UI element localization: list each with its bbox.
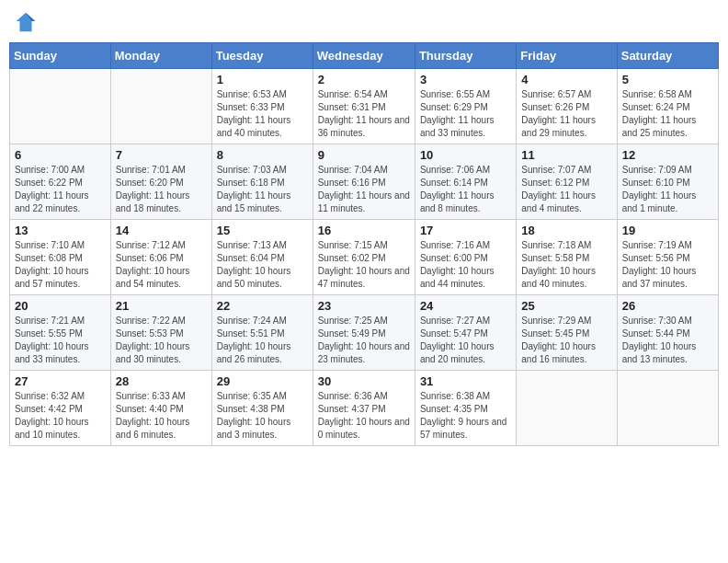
day-info: Sunrise: 7:19 AMSunset: 5:56 PMDaylight:… [622,239,713,291]
weekday-header-cell: Saturday [617,43,718,69]
calendar-day-cell [517,371,617,446]
calendar-day-cell: 10Sunrise: 7:06 AMSunset: 6:14 PMDayligh… [415,144,516,220]
calendar-day-cell: 15Sunrise: 7:13 AMSunset: 6:04 PMDayligh… [211,220,313,295]
day-number: 5 [622,73,713,86]
day-info: Sunrise: 6:57 AMSunset: 6:26 PMDaylight:… [521,88,611,140]
calendar-day-cell: 8Sunrise: 7:03 AMSunset: 6:18 PMDaylight… [211,144,313,220]
calendar-day-cell: 12Sunrise: 7:09 AMSunset: 6:10 PMDayligh… [617,144,718,220]
day-number: 7 [116,148,207,162]
calendar-day-cell: 28Sunrise: 6:33 AMSunset: 4:40 PMDayligh… [110,371,211,446]
calendar-day-cell: 3Sunrise: 6:55 AMSunset: 6:29 PMDaylight… [415,69,516,144]
day-info: Sunrise: 6:38 AMSunset: 4:35 PMDaylight:… [420,390,511,442]
calendar-day-cell: 23Sunrise: 7:25 AMSunset: 5:49 PMDayligh… [313,295,415,371]
day-info: Sunrise: 7:18 AMSunset: 5:58 PMDaylight:… [521,239,611,291]
weekday-header-cell: Friday [517,43,617,69]
day-info: Sunrise: 7:24 AMSunset: 5:51 PMDaylight:… [217,315,308,366]
day-number: 22 [217,299,308,313]
calendar-day-cell: 1Sunrise: 6:53 AMSunset: 6:33 PMDaylight… [211,69,313,144]
day-number: 16 [318,224,410,237]
day-info: Sunrise: 7:07 AMSunset: 6:12 PMDaylight:… [521,164,611,215]
day-number: 27 [15,374,106,388]
calendar-week-row: 6Sunrise: 7:00 AMSunset: 6:22 PMDaylight… [10,144,719,220]
day-info: Sunrise: 6:53 AMSunset: 6:33 PMDaylight:… [217,88,308,140]
calendar-day-cell: 26Sunrise: 7:30 AMSunset: 5:44 PMDayligh… [617,295,718,371]
day-info: Sunrise: 7:27 AMSunset: 5:47 PMDaylight:… [420,315,511,366]
day-info: Sunrise: 7:29 AMSunset: 5:45 PMDaylight:… [521,315,611,366]
calendar-week-row: 13Sunrise: 7:10 AMSunset: 6:08 PMDayligh… [10,220,719,295]
weekday-header-cell: Monday [110,43,211,69]
day-info: Sunrise: 6:33 AMSunset: 4:40 PMDaylight:… [116,390,207,442]
day-info: Sunrise: 7:10 AMSunset: 6:08 PMDaylight:… [15,239,106,291]
calendar-day-cell: 19Sunrise: 7:19 AMSunset: 5:56 PMDayligh… [617,220,718,295]
weekday-header-cell: Wednesday [313,43,415,69]
weekday-header-cell: Sunday [10,43,111,69]
day-info: Sunrise: 7:01 AMSunset: 6:20 PMDaylight:… [116,164,207,215]
calendar-day-cell: 14Sunrise: 7:12 AMSunset: 6:06 PMDayligh… [110,220,211,295]
day-info: Sunrise: 7:30 AMSunset: 5:44 PMDaylight:… [622,315,713,366]
day-number: 3 [420,73,511,86]
day-info: Sunrise: 7:25 AMSunset: 5:49 PMDaylight:… [318,315,410,366]
day-info: Sunrise: 6:36 AMSunset: 4:37 PMDaylight:… [318,390,410,442]
day-number: 31 [420,374,511,388]
day-info: Sunrise: 7:06 AMSunset: 6:14 PMDaylight:… [420,164,511,215]
weekday-header-cell: Tuesday [211,43,313,69]
day-number: 18 [521,224,611,237]
calendar-day-cell: 9Sunrise: 7:04 AMSunset: 6:16 PMDaylight… [313,144,415,220]
day-info: Sunrise: 6:54 AMSunset: 6:31 PMDaylight:… [318,88,410,140]
calendar-day-cell [617,371,718,446]
calendar-day-cell: 5Sunrise: 6:58 AMSunset: 6:24 PMDaylight… [617,69,718,144]
day-number: 25 [521,299,611,313]
day-info: Sunrise: 6:32 AMSunset: 4:42 PMDaylight:… [15,390,106,442]
calendar-day-cell: 7Sunrise: 7:01 AMSunset: 6:20 PMDaylight… [110,144,211,220]
day-number: 9 [318,148,410,162]
day-info: Sunrise: 6:58 AMSunset: 6:24 PMDaylight:… [622,88,713,140]
calendar-day-cell: 11Sunrise: 7:07 AMSunset: 6:12 PMDayligh… [517,144,617,220]
calendar-day-cell: 16Sunrise: 7:15 AMSunset: 6:02 PMDayligh… [313,220,415,295]
calendar-day-cell: 17Sunrise: 7:16 AMSunset: 6:00 PMDayligh… [415,220,516,295]
calendar-day-cell [10,69,111,144]
day-number: 26 [622,299,713,313]
day-number: 13 [15,224,106,237]
calendar-day-cell: 13Sunrise: 7:10 AMSunset: 6:08 PMDayligh… [10,220,111,295]
day-number: 29 [217,374,308,388]
day-number: 15 [217,224,308,237]
calendar-day-cell: 30Sunrise: 6:36 AMSunset: 4:37 PMDayligh… [313,371,415,446]
day-info: Sunrise: 7:03 AMSunset: 6:18 PMDaylight:… [217,164,308,215]
day-number: 28 [116,374,207,388]
calendar-day-cell: 29Sunrise: 6:35 AMSunset: 4:38 PMDayligh… [211,371,313,446]
day-info: Sunrise: 7:00 AMSunset: 6:22 PMDaylight:… [15,164,106,215]
day-info: Sunrise: 7:21 AMSunset: 5:55 PMDaylight:… [15,315,106,366]
calendar-day-cell: 27Sunrise: 6:32 AMSunset: 4:42 PMDayligh… [10,371,111,446]
day-number: 24 [420,299,511,313]
calendar-day-cell: 20Sunrise: 7:21 AMSunset: 5:55 PMDayligh… [10,295,111,371]
day-number: 11 [521,148,611,162]
calendar-day-cell: 25Sunrise: 7:29 AMSunset: 5:45 PMDayligh… [517,295,617,371]
day-info: Sunrise: 7:04 AMSunset: 6:16 PMDaylight:… [318,164,410,215]
day-number: 23 [318,299,410,313]
calendar-day-cell: 2Sunrise: 6:54 AMSunset: 6:31 PMDaylight… [313,69,415,144]
calendar-day-cell: 31Sunrise: 6:38 AMSunset: 4:35 PMDayligh… [415,371,516,446]
day-info: Sunrise: 7:22 AMSunset: 5:53 PMDaylight:… [116,315,207,366]
day-number: 10 [420,148,511,162]
calendar-day-cell: 6Sunrise: 7:00 AMSunset: 6:22 PMDaylight… [10,144,111,220]
day-info: Sunrise: 7:12 AMSunset: 6:06 PMDaylight:… [116,239,207,291]
day-number: 12 [622,148,713,162]
calendar-day-cell [110,69,211,144]
calendar-week-row: 20Sunrise: 7:21 AMSunset: 5:55 PMDayligh… [10,295,719,371]
day-number: 20 [15,299,106,313]
day-info: Sunrise: 7:16 AMSunset: 6:00 PMDaylight:… [420,239,511,291]
calendar-week-row: 27Sunrise: 6:32 AMSunset: 4:42 PMDayligh… [10,371,719,446]
weekday-header-cell: Thursday [415,43,516,69]
day-number: 14 [116,224,207,237]
day-number: 6 [15,148,106,162]
day-number: 1 [217,73,308,86]
day-number: 30 [318,374,410,388]
day-info: Sunrise: 6:35 AMSunset: 4:38 PMDaylight:… [217,390,308,442]
day-number: 4 [521,73,611,86]
svg-marker-0 [17,13,36,32]
calendar-day-cell: 18Sunrise: 7:18 AMSunset: 5:58 PMDayligh… [517,220,617,295]
day-number: 21 [116,299,207,313]
logo-icon [13,9,39,35]
day-info: Sunrise: 7:09 AMSunset: 6:10 PMDaylight:… [622,164,713,215]
day-info: Sunrise: 7:15 AMSunset: 6:02 PMDaylight:… [318,239,410,291]
